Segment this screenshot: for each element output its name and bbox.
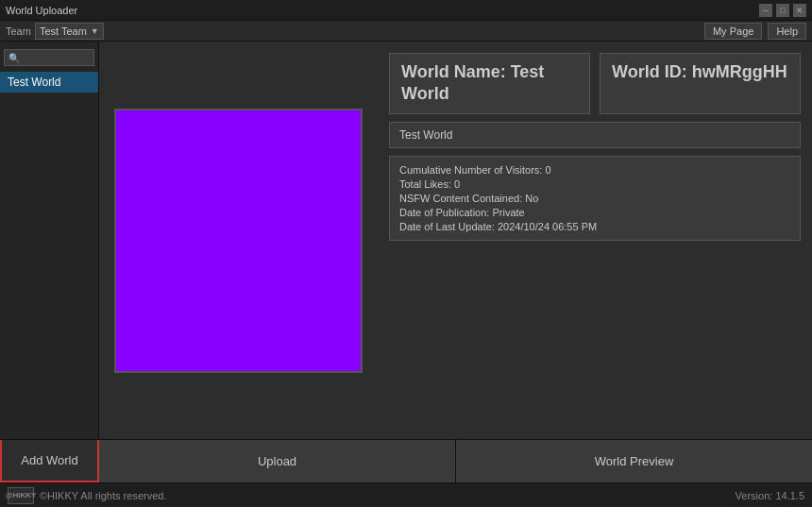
world-item-label: Test World (8, 76, 60, 89)
team-select[interactable]: Test Team ▼ (35, 23, 104, 40)
sidebar: 🔍 Test World (0, 42, 99, 439)
help-button[interactable]: Help (768, 23, 806, 40)
world-preview-button[interactable]: World Preview (456, 440, 812, 482)
world-stats-box: Cumulative Number of Visitors: 0 Total L… (389, 156, 801, 241)
stat-visitors: Cumulative Number of Visitors: 0 (399, 164, 790, 176)
add-world-button[interactable]: Add World (0, 440, 99, 482)
title-bar: World Uploader ─ □ ✕ (0, 0, 812, 21)
world-description-box: Test World (389, 122, 801, 148)
close-button[interactable]: ✕ (793, 4, 806, 17)
preview-image-area (99, 42, 378, 439)
stat-likes: Total Likes: 0 (399, 178, 790, 190)
upload-button[interactable]: Upload (99, 440, 456, 482)
stat-nsfw: NSFW Content Contained: No (399, 193, 790, 204)
app-title: World Uploader (6, 5, 77, 16)
maximize-button[interactable]: □ (776, 4, 789, 17)
title-bar-controls: ─ □ ✕ (759, 4, 806, 17)
bottom-buttons: Add World Upload World Preview (0, 439, 812, 482)
team-bar: Team Test Team ▼ My Page Help (0, 21, 812, 42)
world-id-box: World ID: hwMRggHH (600, 53, 801, 114)
world-name-id-row: World Name: Test World World ID: hwMRggH… (389, 53, 801, 114)
search-input[interactable] (23, 52, 90, 63)
hikky-logo: @HIKKY (8, 487, 34, 504)
logo-text: @HIKKY (6, 491, 37, 499)
team-label: Team (6, 25, 31, 37)
world-description-text: Test World (399, 128, 452, 142)
my-page-button[interactable]: My Page (704, 23, 762, 40)
sidebar-item-test-world[interactable]: Test World (0, 72, 98, 93)
title-bar-left: World Uploader (6, 5, 77, 16)
world-thumbnail (114, 109, 363, 373)
world-id-text: World ID: hwMRggHH (612, 62, 787, 81)
footer-left: @HIKKY ©HIKKY All rights reserved. (8, 487, 166, 504)
stat-publication: Date of Publication: Private (399, 207, 790, 218)
main-area: 🔍 Test World World Name: Test World Worl… (0, 42, 812, 439)
world-info-panel: World Name: Test World World ID: hwMRggH… (378, 42, 812, 439)
footer-copyright: ©HIKKY All rights reserved. (40, 490, 166, 501)
footer: @HIKKY ©HIKKY All rights reserved. Versi… (0, 482, 812, 507)
footer-version: Version: 14.1.5 (736, 490, 804, 501)
world-name-text: World Name: Test World (401, 62, 544, 103)
stat-last-update: Date of Last Update: 2024/10/24 06:55 PM (399, 221, 790, 232)
search-box[interactable]: 🔍 (4, 49, 94, 66)
world-name-box: World Name: Test World (389, 53, 590, 114)
team-left: Team Test Team ▼ (6, 23, 104, 40)
content-area: World Name: Test World World ID: hwMRggH… (99, 42, 812, 439)
minimize-button[interactable]: ─ (759, 4, 772, 17)
chevron-down-icon: ▼ (91, 26, 99, 36)
team-select-value: Test Team (40, 25, 87, 37)
team-right: My Page Help (704, 23, 806, 40)
search-icon: 🔍 (8, 53, 20, 63)
